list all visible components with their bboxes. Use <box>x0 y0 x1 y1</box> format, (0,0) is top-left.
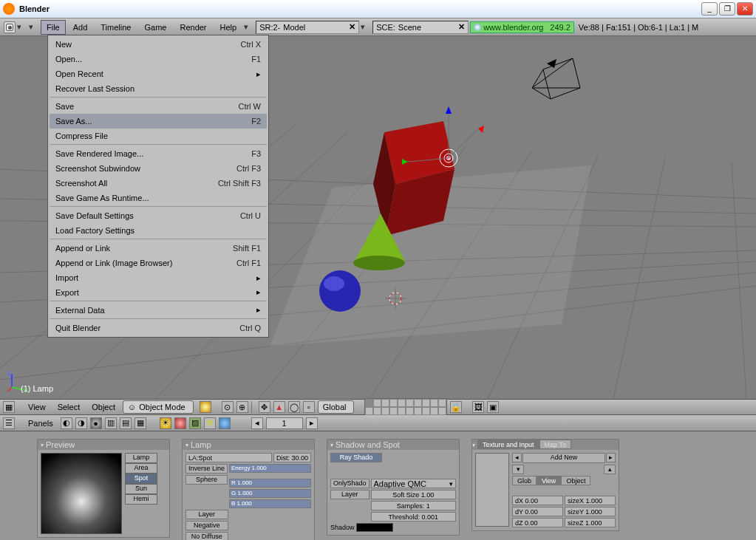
sub-texture-icon[interactable]: ▨ <box>189 417 201 429</box>
sub-radiosity-icon[interactable]: ☢ <box>204 417 216 429</box>
lamp-type-hemi[interactable]: Hemi <box>125 494 157 505</box>
sub-lamp-icon[interactable]: ☀ <box>160 417 171 429</box>
inverse-line-button[interactable]: Inverse Line <box>185 464 228 474</box>
screen-name-field[interactable]: SR:2-Model ✕ <box>256 21 359 34</box>
render-icon[interactable]: 🖼 <box>472 401 484 413</box>
info-url[interactable]: www.blender.org 249.2 <box>470 21 574 33</box>
menu-select[interactable]: Select <box>53 403 85 411</box>
coord-view[interactable]: View <box>537 476 561 485</box>
menu-file[interactable]: File <box>41 20 66 35</box>
lamp-name-field[interactable]: LA:Spot <box>185 453 272 462</box>
screen-delete-icon[interactable]: ✕ <box>349 22 355 32</box>
sizez-field[interactable]: sizeZ 1.000 <box>565 518 616 527</box>
onlyshadow-button[interactable]: OnlyShado <box>330 479 370 488</box>
file-menu-item[interactable]: Save Game As Runtime... <box>50 191 267 207</box>
file-menu-item[interactable]: Save Default SettingsCtrl U <box>50 208 267 223</box>
lamp-type-area[interactable]: Area <box>125 463 157 474</box>
file-menu-item[interactable]: Import <box>50 270 267 285</box>
lamp-dist-field[interactable]: Dist: 30.00 <box>273 453 311 462</box>
r-slider[interactable]: R 1.000 <box>229 479 311 488</box>
scene-delete-icon[interactable]: ✕ <box>458 22 465 32</box>
sizey-field[interactable]: sizeY 1.000 <box>565 507 616 516</box>
sphere-button[interactable]: Sphere <box>185 475 228 485</box>
tex-prev-icon[interactable]: ◂ <box>512 453 522 462</box>
coord-glob[interactable]: Glob <box>512 476 537 485</box>
panel-shadow-header[interactable]: Shadow and Spot <box>327 440 459 450</box>
g-slider[interactable]: G 1.000 <box>229 489 311 498</box>
file-menu-item[interactable]: NewCtrl X <box>50 37 267 52</box>
sub-world-icon[interactable] <box>219 417 231 429</box>
nodiffuse-button[interactable]: No Diffuse <box>185 532 228 540</box>
file-menu-item[interactable]: Recover Last Session <box>50 81 267 98</box>
layer-buttons[interactable] <box>364 398 447 416</box>
menu-game[interactable]: Game <box>138 20 172 35</box>
close-button[interactable]: ✕ <box>737 2 753 16</box>
file-menu-item[interactable]: Screenshot SubwindowCtrl F3 <box>50 161 267 176</box>
shadow-color-swatch[interactable] <box>356 523 393 532</box>
3dview-type-icon[interactable]: ▦ <box>3 401 15 413</box>
scene-name-field[interactable]: SCE:Scene ✕ <box>372 21 469 34</box>
menu-view[interactable]: View <box>24 403 50 411</box>
layer-button[interactable]: Layer <box>185 510 228 519</box>
softsize-field[interactable]: Soft Size 1.00 <box>371 490 456 499</box>
file-menu-item[interactable]: Save Rendered Image...F3 <box>50 146 267 161</box>
panel-preview-header[interactable]: Preview <box>38 440 169 450</box>
menu-render[interactable]: Render <box>174 20 212 35</box>
negative-button[interactable]: Negative <box>185 521 228 530</box>
tex-next-icon[interactable]: ▸ <box>606 453 616 462</box>
screen-browse-icon[interactable] <box>244 22 254 33</box>
mode-selector[interactable]: ☺Object Mode <box>123 400 194 414</box>
pivot-icon[interactable]: ⊙ <box>222 401 234 413</box>
ray-shadow-button[interactable]: Ray Shado <box>330 453 382 462</box>
file-menu-item[interactable]: Load Factory Settings <box>50 223 267 239</box>
editor-type-icon[interactable] <box>4 21 16 33</box>
samples-field[interactable]: Samples: 1 <box>371 501 456 510</box>
sub-material-icon[interactable] <box>174 417 186 429</box>
file-menu-item[interactable]: SaveCtrl W <box>50 99 267 114</box>
orientation-selector[interactable]: Global <box>318 400 355 414</box>
scene-browse-icon[interactable] <box>361 22 371 33</box>
manipulator-toggle-icon[interactable]: ✥ <box>259 401 270 413</box>
tex-clear-icon[interactable]: ▾ <box>512 465 524 474</box>
add-new-button[interactable]: Add New <box>522 453 605 463</box>
file-menu-item[interactable]: Open...F1 <box>50 52 267 66</box>
dy-field[interactable]: dY 0.00 <box>512 507 563 516</box>
energy-slider[interactable]: Energy 1.000 <box>229 464 311 473</box>
frame-prev-icon[interactable]: ◂ <box>251 417 263 429</box>
panel-lamp-header[interactable]: Lamp <box>183 440 314 450</box>
file-menu-item[interactable]: Quit BlenderCtrl Q <box>50 321 267 335</box>
threshold-field[interactable]: Threshold: 0.001 <box>371 512 456 522</box>
ctx-scene-icon[interactable]: ▦ <box>134 417 146 429</box>
maximize-button[interactable]: ❐ <box>719 2 735 16</box>
lamp-type-spot[interactable]: Spot <box>125 474 157 484</box>
translate-icon[interactable]: ▲ <box>273 401 285 413</box>
coord-object[interactable]: Object <box>561 476 590 485</box>
ctx-editing-icon[interactable]: ▤ <box>120 417 132 429</box>
file-menu-item[interactable]: Screenshot AllCtrl Shift F3 <box>50 176 267 191</box>
menu-object[interactable]: Object <box>87 403 120 411</box>
file-menu-item[interactable]: Save As...F2 <box>50 114 267 129</box>
b-slider[interactable]: B 1.000 <box>229 499 311 508</box>
sizex-field[interactable]: sizeX 1.000 <box>565 496 616 505</box>
file-menu-item[interactable]: Append or Link (Image Browser)Ctrl F1 <box>50 256 267 270</box>
layer-shadow-button[interactable]: Layer <box>330 490 370 499</box>
qmc-field[interactable]: Adaptive QMC▾ <box>371 479 456 488</box>
tex-auto-icon[interactable]: ▴ <box>604 465 616 474</box>
menu-add[interactable]: Add <box>67 20 94 35</box>
panel-texture-header[interactable]: Texture and Input Map To <box>472 440 619 450</box>
dz-field[interactable]: dZ 0.00 <box>512 518 563 527</box>
lamp-type-sun[interactable]: Sun <box>125 484 157 494</box>
buttons-type-icon[interactable]: ☰ <box>3 417 15 429</box>
file-menu-item[interactable]: Open Recent <box>50 66 267 81</box>
dx-field[interactable]: dX 0.00 <box>512 496 563 505</box>
ctx-script-icon[interactable]: ◑ <box>75 417 87 429</box>
lamp-type-lamp[interactable]: Lamp <box>125 453 157 463</box>
pivot-indiv-icon[interactable]: ⊕ <box>236 401 248 413</box>
tab-texture-input[interactable]: Texture and Input <box>477 440 539 449</box>
ctx-shading-icon[interactable]: ● <box>90 417 102 429</box>
editor-type-dropdown-icon[interactable] <box>17 22 27 33</box>
file-menu-item[interactable]: Compress File <box>50 129 267 145</box>
scale-icon[interactable]: ▫ <box>303 401 315 413</box>
shading-icon[interactable] <box>200 401 211 413</box>
tab-mapto[interactable]: Map To <box>539 440 571 449</box>
